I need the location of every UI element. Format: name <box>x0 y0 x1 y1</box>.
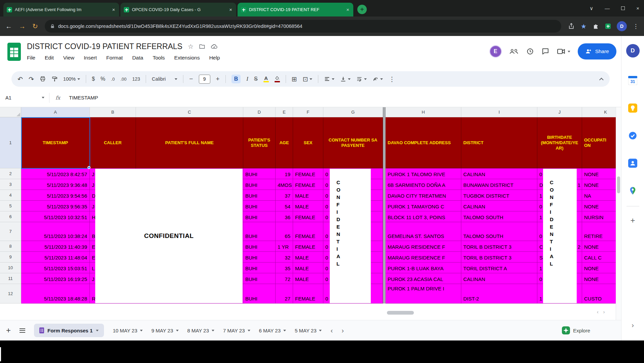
tasks-icon[interactable] <box>628 131 638 140</box>
zoom-select[interactable]: 100% <box>63 76 80 82</box>
browser-menu-icon[interactable]: ⋮ <box>633 23 639 30</box>
redo-button[interactable]: ↷ <box>29 75 34 83</box>
bookmark-star-icon[interactable]: ★ <box>581 23 586 30</box>
cell-H12[interactable]: PUROK 1 PALM DRIVE I <box>386 284 461 304</box>
scroll-tabs-right-icon[interactable]: › <box>342 327 344 334</box>
cell-H2[interactable]: PUROK 1 TALOMO RIVE <box>386 168 461 179</box>
row-num-9[interactable]: 9 <box>0 252 21 263</box>
cell-I2[interactable]: CALINAN <box>461 168 537 179</box>
cell-E6[interactable]: 36 <box>276 211 293 222</box>
menu-insert[interactable]: Insert <box>84 55 97 61</box>
back-icon[interactable]: ← <box>5 23 12 30</box>
menu-edit[interactable]: Edit <box>45 55 54 61</box>
cell-B1[interactable]: CALLER <box>90 117 136 168</box>
row-num-6[interactable]: 6 <box>0 211 21 222</box>
cell-D12[interactable]: BUHI <box>243 284 276 304</box>
cell-I9[interactable]: TORIL B DISTRICT 3 <box>461 252 537 263</box>
row-num-5[interactable]: 5 <box>0 201 21 211</box>
cell-K2[interactable]: NONE <box>582 168 616 179</box>
cell-F5[interactable]: MALE <box>293 201 323 211</box>
cell-F8[interactable]: FEMALE <box>293 241 323 252</box>
cell-E1[interactable]: AGE <box>276 117 293 168</box>
fill-color-button[interactable] <box>275 76 280 82</box>
row-num-11[interactable]: 11 <box>0 273 21 284</box>
cell-I11[interactable]: CALINAN <box>461 273 537 284</box>
vertical-scrollbar[interactable] <box>616 107 621 320</box>
sheets-logo-icon[interactable] <box>7 43 21 61</box>
text-rotate-button[interactable] <box>372 76 383 82</box>
cell-F9[interactable]: MALE <box>293 252 323 263</box>
cell-A1[interactable]: TIMESTAMP <box>21 117 90 168</box>
cell-F10[interactable]: MALE <box>293 263 323 273</box>
row-num-12[interactable]: 12 <box>0 284 21 304</box>
cell-F7[interactable]: FEMALE <box>293 222 323 241</box>
keep-icon[interactable] <box>628 103 638 113</box>
cell-E8[interactable]: 1 YR <box>276 241 293 252</box>
cell-H6[interactable]: BLOCK 11 LOT 3, POINS <box>386 211 461 222</box>
cell-K10[interactable]: NONE <box>582 263 616 273</box>
format-currency-button[interactable]: $ <box>92 76 95 82</box>
sheets-extension-icon[interactable] <box>605 24 611 29</box>
new-tab-button[interactable]: + <box>357 5 367 14</box>
cell-E3[interactable]: 4MOS <box>276 179 293 190</box>
cell-D7[interactable]: BUHI <box>243 222 276 241</box>
cell-C1[interactable]: PATIENT'S FULL NAME <box>136 117 243 168</box>
cell-E4[interactable]: 37 <box>276 190 293 201</box>
col-head-J[interactable]: J <box>537 107 582 117</box>
cell-K3[interactable]: NONE <box>582 179 616 190</box>
close-tab-icon[interactable]: × <box>346 7 350 12</box>
text-wrap-button[interactable] <box>356 76 367 82</box>
cell-D8[interactable]: BUHI <box>243 241 276 252</box>
font-select[interactable]: Calibri <box>152 76 177 82</box>
cell-I5[interactable]: CALINAN <box>461 201 537 211</box>
name-box[interactable]: A1 <box>5 95 49 100</box>
menu-view[interactable]: View <box>63 55 74 61</box>
merge-cells-button[interactable]: ⊡ <box>303 75 313 83</box>
calendar-icon[interactable]: 31 <box>628 76 638 85</box>
col-head-D[interactable]: D <box>243 107 276 117</box>
minimize-icon[interactable]: — <box>605 5 610 11</box>
add-addon-icon[interactable]: + <box>630 216 635 225</box>
contacts-icon[interactable] <box>628 158 638 168</box>
col-head-H[interactable]: H <box>386 107 461 117</box>
cell-A6[interactable]: 5/11/2023 10:32:51 <box>21 211 90 222</box>
row-num-2[interactable]: 2 <box>0 168 21 179</box>
menu-tools[interactable]: Tools <box>153 55 165 61</box>
cell-I10[interactable]: TORIL DISTRICT A <box>461 263 537 273</box>
strikethrough-button[interactable]: S <box>254 76 258 82</box>
format-percent-button[interactable]: % <box>101 76 105 82</box>
col-head-G[interactable]: G <box>323 107 383 117</box>
url-input[interactable]: docs.google.com/spreadsheets/d/1DwO453FB… <box>45 20 561 33</box>
cell-E9[interactable]: 32 <box>276 252 293 263</box>
close-window-icon[interactable]: × <box>636 5 639 11</box>
scroll-tabs-left-icon[interactable]: ‹ <box>330 327 333 334</box>
move-folder-icon[interactable] <box>199 43 205 50</box>
extensions-puzzle-icon[interactable] <box>593 23 599 30</box>
font-size-input[interactable]: 9 <box>199 75 210 84</box>
select-all-corner[interactable] <box>0 107 21 117</box>
cell-I4[interactable]: TUGBOK DISTRICT <box>461 190 537 201</box>
share-page-icon[interactable] <box>568 23 575 30</box>
comment-icon[interactable] <box>541 47 549 55</box>
col-head-B[interactable]: B <box>90 107 136 117</box>
browser-tab-3-active[interactable]: DISTRICT COVID-19 PATIENT REF × <box>238 3 353 16</box>
cell-K12[interactable]: CUSTO <box>582 284 616 304</box>
cell-A12[interactable]: 5/11/2023 18:48:28 <box>21 284 90 304</box>
row-num-10[interactable]: 10 <box>0 263 21 273</box>
menu-data[interactable]: Data <box>132 55 143 61</box>
sheet-tab-2[interactable]: 9 MAY 23 <box>151 328 178 333</box>
cell-K5[interactable]: NONE <box>582 201 616 211</box>
col-head-A[interactable]: A <box>21 107 90 117</box>
presence-icon[interactable] <box>509 48 518 55</box>
cell-H1[interactable]: DAVAO COMPLETE ADDRESS <box>386 117 461 168</box>
sheet-tab-3[interactable]: 8 MAY 23 <box>187 328 214 333</box>
cell-H5[interactable]: PUROK 1 TAMAYONG C <box>386 201 461 211</box>
cell-E10[interactable]: 35 <box>276 263 293 273</box>
browser-tab-1[interactable]: AEFI (Adverse Event Following Im × <box>3 3 119 16</box>
cell-E2[interactable]: 19 <box>276 168 293 179</box>
cell-K8[interactable]: NONE <box>582 241 616 252</box>
cell-K4[interactable]: NA <box>582 190 616 201</box>
reload-icon[interactable]: ↻ <box>32 22 38 30</box>
paint-format-button[interactable] <box>51 76 58 82</box>
cell-H4[interactable]: DAVAO CITY TREATMEN <box>386 190 461 201</box>
